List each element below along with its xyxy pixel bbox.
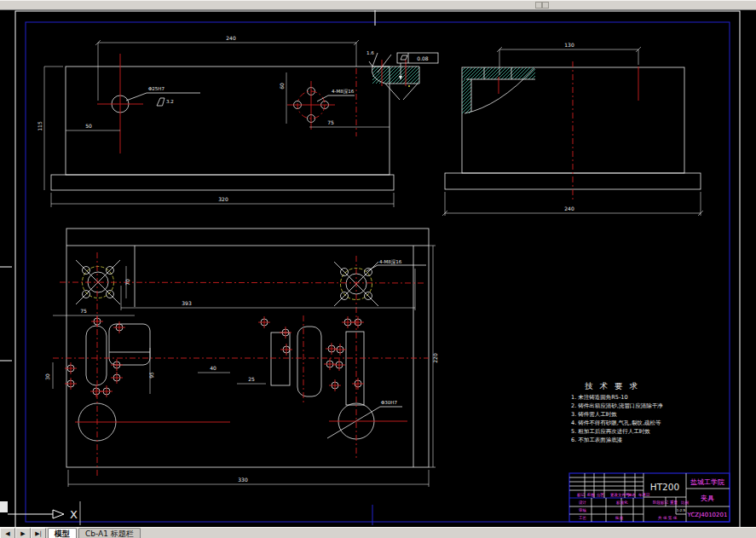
part-name: 夹具 (701, 495, 714, 502)
leader-text: Φ25H7 (148, 86, 164, 91)
tab-model[interactable]: 模型 (48, 528, 77, 538)
drawing-canvas[interactable]: 0.08 (0, 0, 756, 538)
tech-req-line: 5. 粗加工后应再次进行人工时效 (571, 428, 650, 435)
title-block-label: 共 张 第 张 (658, 516, 678, 520)
leader-text: Φ30H7 (381, 400, 397, 405)
section-hatch (462, 79, 471, 113)
toolbar-grip-icon (535, 2, 542, 9)
dimension-text: 70 (124, 279, 130, 286)
dimension-text: 330 (238, 477, 248, 483)
technical-requirements: 技 术 要 求 1. 未注铸造圆角R5-102. 铸件出箱应清砂,浇冒口应清除干… (571, 381, 663, 443)
drawing-number: YCZJ4010201 (687, 512, 728, 518)
title-block-label: 阶段标记 (653, 500, 669, 506)
bolt-circle-right (334, 262, 426, 306)
tech-req-line: 3. 铸件需人工时效 (571, 411, 617, 418)
tab-nav-next-button[interactable]: ▶ (15, 528, 31, 538)
dimension-text: 320 (218, 196, 228, 202)
dimension-text: 75 (327, 119, 334, 125)
toolbar-grip-icon (542, 2, 549, 9)
toolbar-strip (0, 0, 756, 10)
front-view: 0.08 (44, 40, 438, 207)
title-block-label: 分区 (597, 492, 605, 497)
tech-req-line: 4. 铸件不得有砂眼,气孔,裂纹,疏松等 (571, 419, 661, 426)
tech-req-line: 2. 铸件出箱应清砂,浇冒口应清除干净 (571, 402, 663, 409)
dimension-text: 220 (432, 353, 438, 363)
side-view (442, 47, 703, 216)
title-block-label: 重量 (670, 500, 678, 505)
dimension-text: 30 (44, 373, 50, 380)
title-block-label: 标记 (576, 492, 586, 498)
dimension-text: 240 (564, 205, 574, 211)
dimension-text: 25 (248, 376, 255, 382)
tech-req-title: 技 术 要 求 (585, 381, 640, 390)
roughness-value: 3.2 (166, 99, 174, 104)
plan-view (53, 229, 436, 487)
title-block-label: 签名 (628, 493, 636, 497)
dimension-text: 393 (182, 300, 192, 306)
dimension-text: 130 (564, 42, 574, 48)
leader-text: 4-M8深16 (379, 259, 402, 265)
title-block-label: 审核 (579, 508, 587, 512)
dimension-text: 50 (85, 123, 92, 129)
tech-req-line: 6. 不加工表面涂底漆 (571, 437, 623, 443)
dimension-text: 95 (148, 372, 154, 379)
organization-name: 盐城工学院 (690, 478, 724, 486)
tab-nav-last-button[interactable]: ▶| (31, 528, 46, 538)
title-block-label: 更改文件号 (610, 492, 630, 497)
dimension-text: 115 (37, 121, 43, 131)
dimension-text: 60 (279, 83, 285, 90)
material-spec: HT200 (650, 482, 679, 492)
title-block-label: 设计 (579, 500, 587, 505)
dimension-text: 240 (226, 35, 236, 41)
tech-req-line: 1. 未注铸造圆角R5-10 (571, 394, 628, 401)
title-block-label: 标准化 (615, 500, 628, 506)
layout-tab-bar: ◀ ▶ ▶| 模型 Cb-A1 标题栏 (0, 527, 756, 538)
title-block-label: 批准 (615, 516, 624, 520)
roughness-value: 1.6 (366, 50, 374, 55)
tab-layout-a1[interactable]: Cb-A1 标题栏 (78, 528, 141, 538)
title-block-label: 工艺 (579, 515, 587, 520)
tab-nav-first-button[interactable]: ◀ (0, 528, 15, 538)
title-block-label: 处数 (587, 492, 596, 497)
ucs-x-label: X (70, 508, 78, 521)
application-window: { "window": { "nav_buttons": ["◀","▶","▶… (0, 0, 756, 538)
scale-value: 1:2.5 (677, 508, 686, 512)
leader-text: 4-M8深16 (332, 89, 355, 95)
title-block-label: 年月日 (638, 493, 650, 497)
dimension-text: 40 (210, 365, 216, 371)
dimension-text: 75 (80, 308, 87, 314)
title-block-label: 比例 (681, 500, 690, 506)
title-block: HT200 盐城工学院 夹具 YCZJ4010201 1:2.5 (569, 473, 730, 522)
tolerance-value: 0.08 (417, 55, 429, 61)
